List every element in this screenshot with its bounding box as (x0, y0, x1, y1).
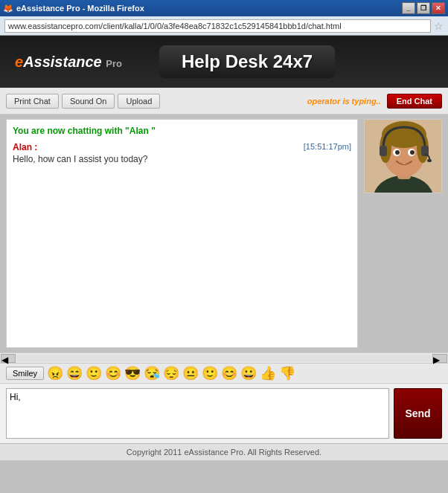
titlebar-title: 🦊 eAssistance Pro - Mozilla Firefox (3, 4, 144, 13)
svg-rect-13 (427, 159, 432, 162)
emoji-smile[interactable]: 🙂 (86, 367, 102, 380)
bookmark-icon[interactable]: ☆ (434, 20, 444, 32)
end-chat-button[interactable]: End Chat (387, 94, 442, 109)
message-input[interactable]: Hi, (6, 388, 389, 439)
send-button[interactable]: Send (394, 388, 442, 439)
message-time: [15:51:17pm] (304, 142, 351, 151)
emoji-blush[interactable]: 😊 (105, 367, 121, 380)
emoji-blush2[interactable]: 😊 (221, 367, 237, 380)
toolbar: Print Chat Sound On Upload operator is t… (0, 88, 448, 115)
emoji-sleepy[interactable]: 😪 (144, 367, 160, 380)
emoji-thumbs-up[interactable]: 👍 (260, 367, 276, 380)
input-area: Hi, Send (0, 384, 448, 443)
emoji-thumbs-down[interactable]: 👎 (279, 367, 295, 380)
message-text: Hello, how can I assist you today? (13, 154, 351, 164)
scroll-track (16, 355, 432, 362)
emoji-sad[interactable]: 😔 (163, 367, 179, 380)
emoji-neutral[interactable]: 😐 (182, 367, 199, 380)
smiley-bar: Smiley 😠 😄 🙂 😊 😎 😪 😔 😐 🙂 😊 😀 👍 👎 (0, 363, 448, 384)
svg-rect-11 (380, 146, 387, 156)
restore-button[interactable]: ❐ (417, 2, 430, 14)
chat-container: You are now chatting with "Alan " Alan :… (0, 115, 448, 352)
minimize-button[interactable]: _ (402, 2, 415, 14)
agent-photo (364, 119, 442, 193)
emoji-big-smile[interactable]: 😀 (240, 367, 257, 380)
svg-point-10 (410, 150, 415, 155)
firefox-icon: 🦊 (3, 4, 13, 13)
window-titlebar: 🦊 eAssistance Pro - Mozilla Firefox _ ❐ … (0, 0, 448, 16)
upload-button[interactable]: Upload (118, 94, 160, 109)
chat-status-message: You are now chatting with "Alan " (13, 126, 351, 136)
titlebar-buttons: _ ❐ ✕ (402, 2, 445, 14)
copyright-text: Copyright 2011 eAssistance Pro. All Righ… (127, 448, 321, 457)
url-input[interactable] (4, 19, 431, 33)
horizontal-scrollbar[interactable]: ◀ ▶ (0, 352, 448, 363)
chat-messages: You are now chatting with "Alan " Alan :… (6, 119, 358, 348)
toolbar-left: Print Chat Sound On Upload (6, 94, 160, 109)
scroll-left-arrow[interactable]: ◀ (1, 354, 16, 363)
print-chat-button[interactable]: Print Chat (6, 94, 59, 109)
svg-point-9 (395, 150, 400, 155)
sound-on-button[interactable]: Sound On (62, 94, 115, 109)
brand-logo: eAssistance Pro (15, 54, 122, 71)
emoji-cool[interactable]: 😎 (124, 367, 141, 380)
toolbar-right: operator is typing.. End Chat (307, 94, 442, 109)
message-sender: Alan : (13, 142, 37, 152)
typing-status: operator is typing.. (307, 97, 381, 106)
helpdesk-banner: Help Desk 24x7 (159, 45, 335, 78)
address-bar: ☆ (0, 16, 448, 36)
emoji-happy[interactable]: 🙂 (202, 367, 218, 380)
chat-message: Alan : [15:51:17pm] Hello, how can I ass… (13, 142, 351, 164)
helpdesk-title: Help Desk 24x7 (182, 51, 313, 71)
scroll-right-arrow[interactable]: ▶ (432, 354, 447, 363)
app-header: eAssistance Pro Help Desk 24x7 (0, 36, 448, 88)
page-footer: Copyright 2011 eAssistance Pro. All Righ… (0, 443, 448, 460)
emoji-angry[interactable]: 😠 (47, 367, 63, 380)
close-button[interactable]: ✕ (432, 2, 445, 14)
smiley-button[interactable]: Smiley (6, 367, 44, 380)
emoji-grin[interactable]: 😄 (66, 367, 83, 380)
